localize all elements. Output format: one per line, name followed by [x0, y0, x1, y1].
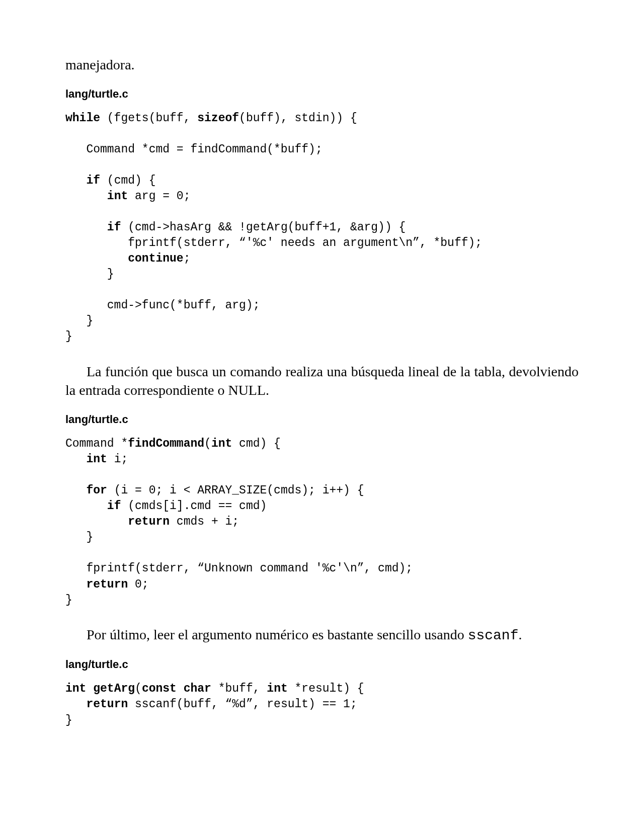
- code: (buff), stdin)) {: [239, 112, 357, 125]
- kw: return: [86, 578, 128, 591]
- kw: int: [211, 437, 232, 450]
- kw: if: [86, 174, 100, 187]
- code: }: [65, 714, 72, 727]
- code: }: [65, 330, 72, 343]
- code: sscanf(buff, “%d”, result) == 1;: [128, 698, 357, 711]
- code: [65, 252, 128, 265]
- code: [65, 484, 86, 497]
- code: fprintf(stderr, “'%c' needs an argument\…: [65, 236, 482, 249]
- code: }: [65, 268, 114, 281]
- fn: getArg: [93, 682, 135, 695]
- kw: int: [267, 682, 287, 695]
- code: (fgets(buff,: [100, 112, 197, 125]
- kw: char: [184, 682, 211, 695]
- code: [65, 515, 128, 528]
- code-block-3: int getArg(const char *buff, int *result…: [65, 681, 579, 728]
- code: [65, 174, 86, 187]
- code: [65, 221, 107, 234]
- kw: if: [107, 221, 121, 234]
- kw: int: [107, 190, 128, 203]
- code: arg = 0;: [128, 190, 190, 203]
- kw: return: [128, 515, 170, 528]
- code: cmd->func(*buff, arg);: [65, 299, 260, 312]
- file-label-1: lang/turtle.c: [65, 88, 579, 101]
- page: manejadora. lang/turtle.c while (fgets(b…: [0, 0, 644, 833]
- code: cmds + i;: [170, 515, 239, 528]
- code: ;: [184, 252, 191, 265]
- code: (i = 0; i < ARRAY_SIZE(cmds); i++) {: [107, 484, 364, 497]
- code: [177, 682, 184, 695]
- code: *buff,: [211, 682, 267, 695]
- kw: int: [65, 682, 86, 695]
- kw: return: [86, 698, 128, 711]
- kw: while: [65, 112, 100, 125]
- code: (cmds[i].cmd == cmd): [121, 499, 267, 513]
- file-label-3: lang/turtle.c: [65, 658, 579, 671]
- code: (: [135, 682, 142, 695]
- code: }: [65, 314, 93, 327]
- code: [65, 453, 86, 466]
- code: [65, 190, 107, 203]
- code: fprintf(stderr, “Unknown command '%c'\n”…: [65, 562, 413, 575]
- text: Por último, leer el argumento numérico e…: [87, 627, 468, 642]
- code: Command *: [65, 437, 128, 450]
- fn: findCommand: [128, 437, 204, 450]
- code: *result) {: [288, 682, 364, 695]
- code: }: [65, 594, 72, 607]
- code: [65, 499, 107, 513]
- kw: sizeof: [197, 112, 239, 125]
- code: [86, 682, 93, 695]
- code: }: [65, 531, 93, 544]
- code: [65, 698, 86, 711]
- code: (cmd) {: [100, 174, 155, 187]
- inline-code: sscanf: [468, 628, 519, 643]
- code: cmd) {: [232, 437, 281, 450]
- paragraph-middle: La función que busca un comando realiza …: [65, 362, 579, 400]
- code: i;: [107, 453, 128, 466]
- kw: for: [86, 484, 107, 497]
- text: .: [518, 627, 522, 642]
- code: (cmd->hasArg && !getArg(buff+1, &arg)) {: [121, 221, 406, 234]
- file-label-2: lang/turtle.c: [65, 413, 579, 426]
- paragraph-last: Por último, leer el argumento numérico e…: [65, 625, 579, 645]
- code: [65, 578, 86, 591]
- code: 0;: [128, 578, 148, 591]
- kw: continue: [128, 252, 183, 265]
- code-block-1: while (fgets(buff, sizeof(buff), stdin))…: [65, 111, 579, 345]
- kw: int: [86, 453, 107, 466]
- code: Command *cmd = findCommand(*buff);: [65, 143, 323, 156]
- paragraph-intro: manejadora.: [65, 55, 579, 74]
- code: (: [204, 437, 211, 450]
- kw: const: [142, 682, 177, 695]
- code-block-2: Command *findCommand(int cmd) { int i; f…: [65, 436, 579, 608]
- kw: if: [107, 499, 121, 513]
